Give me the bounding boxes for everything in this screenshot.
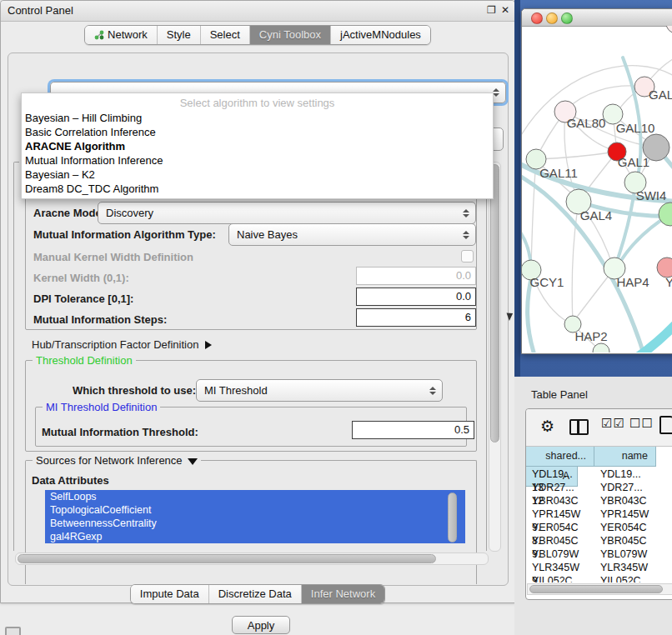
- zoom-traffic-icon[interactable]: [561, 12, 573, 24]
- export-table-icon[interactable]: [659, 416, 672, 434]
- dropdown-item[interactable]: Basic Correlation Inference: [22, 125, 493, 139]
- table-row[interactable]: YIL052CYIL052C9.: [526, 574, 672, 582]
- table-cell: YBL079W: [594, 548, 656, 561]
- tab-select[interactable]: Select: [200, 26, 249, 44]
- tab-label: Discretize Data: [218, 588, 292, 600]
- dpi-tolerance-field[interactable]: 0.0: [356, 288, 476, 306]
- table-cell: YIL052C: [594, 574, 656, 582]
- table-cell: YBR043C: [594, 494, 656, 508]
- gear-icon[interactable]: ⚙: [540, 417, 554, 436]
- network-node-label: HAP2: [574, 329, 607, 343]
- mi-steps-field[interactable]: 6: [356, 308, 476, 327]
- network-node-label: HAP4: [616, 275, 649, 289]
- control-panel-window: Control Panel ❐ ✕ NetworkStyleSelectCyni…: [0, 0, 515, 603]
- table-cell: YDR27...: [594, 481, 656, 494]
- expander-down-icon: [188, 458, 198, 465]
- table-body: YDL19...YDL19...13YDR27...YDR27...12YBR0…: [526, 468, 672, 582]
- table-cell: YDL19...: [526, 468, 594, 481]
- table-row[interactable]: YBL079WYBL079W: [526, 548, 672, 561]
- sources-group-title[interactable]: Sources for Network Inference: [33, 454, 201, 467]
- network-node-label: GAL11: [539, 166, 578, 180]
- tab-jactivemnodules[interactable]: jActiveMNodules: [330, 26, 430, 44]
- unselect-all-columns-icon[interactable]: ☐☐: [629, 416, 654, 431]
- network-edge[interactable]: [531, 159, 536, 268]
- network-node-label: GAL4: [580, 208, 612, 222]
- table-row[interactable]: YBR043CYBR043C: [526, 494, 672, 508]
- close-traffic-icon[interactable]: [531, 12, 543, 24]
- horizontal-scrollbar-thumb[interactable]: [18, 554, 436, 563]
- network-edge[interactable]: [538, 152, 617, 159]
- table-row[interactable]: YDR27...YDR27...12: [526, 481, 672, 494]
- list-scrollbar-thumb[interactable]: [448, 492, 457, 542]
- network-window-titlebar: [522, 9, 672, 27]
- horizontal-scrollbar[interactable]: [15, 552, 489, 565]
- table-column-header[interactable]: name: [594, 447, 656, 467]
- bottom-tab-infer-network[interactable]: Infer Network: [301, 585, 384, 603]
- aracne-mode-combobox[interactable]: Discovery: [98, 202, 476, 224]
- dropdown-prompt: Select algorithm to view settings: [22, 93, 493, 111]
- mi-algorithm-type-label: Mutual Information Algorithm Type:: [33, 228, 216, 241]
- desktop-edge-shadow: [514, 0, 520, 377]
- bottom-tab-discretize-data[interactable]: Discretize Data: [208, 585, 301, 603]
- tab-label: Infer Network: [311, 588, 375, 600]
- float-icon[interactable]: ❐: [487, 4, 496, 16]
- expander-right-icon: [205, 341, 212, 349]
- vertical-scrollbar-thumb[interactable]: [490, 164, 499, 442]
- dropdown-item[interactable]: Mutual Information Inference: [22, 153, 493, 168]
- network-canvas[interactable]: GALGAL80GAL10GAL1GAL11SWI4GAL4GCY1HAP4YH…: [522, 26, 672, 352]
- network-node[interactable]: [666, 26, 672, 33]
- attribute-list-item[interactable]: BetweennessCentrality: [45, 517, 465, 530]
- network-node-label: GCY1: [530, 275, 564, 289]
- dropdown-items: Bayesian – Hill ClimbingBasic Correlatio…: [22, 111, 493, 196]
- vertical-scrollbar[interactable]: [489, 162, 501, 552]
- tab-style[interactable]: Style: [157, 26, 200, 44]
- table-row[interactable]: YDL19...YDL19...13: [526, 468, 672, 481]
- table-row[interactable]: YLR345WYLR345W9.: [526, 561, 672, 574]
- table-row[interactable]: YER054CYER054C8.: [526, 521, 672, 534]
- network-node-label: SWI4: [636, 188, 667, 202]
- network-node-label: Y: [665, 275, 672, 289]
- select-all-columns-icon[interactable]: ☑☑: [601, 416, 625, 431]
- columns-icon[interactable]: [569, 419, 589, 435]
- dropdown-item[interactable]: Bayesian – K2: [22, 168, 493, 182]
- which-threshold-combobox[interactable]: MI Threshold: [196, 379, 443, 402]
- attribute-list-item[interactable]: gal4RGexp: [45, 530, 465, 543]
- table-horizontal-scrollbar[interactable]: [527, 583, 672, 595]
- bottom-tab-impute-data[interactable]: Impute Data: [131, 585, 208, 603]
- group-title: MI Threshold Definition: [43, 401, 160, 413]
- hub-definition-expander[interactable]: Hub/Transcription Factor Definition: [32, 337, 212, 352]
- dropdown-item[interactable]: Dream8 DC_TDC Algorithm: [22, 182, 493, 196]
- table-cell: YDR27...: [526, 481, 594, 494]
- table-scrollbar-thumb[interactable]: [529, 585, 663, 593]
- attribute-list-item[interactable]: SelfLoops: [45, 490, 465, 503]
- apply-button[interactable]: Apply: [232, 616, 290, 634]
- mi-algorithm-type-combobox[interactable]: Naive Bayes: [228, 223, 476, 246]
- mi-threshold-field[interactable]: 0.5: [352, 421, 474, 439]
- table-column-header[interactable]: shared...: [526, 447, 594, 467]
- table-cell: YIL052C: [526, 574, 594, 582]
- table-cell: YER054C: [526, 521, 594, 534]
- algorithm-dropdown-popup: Select algorithm to view settings Bayesi…: [21, 92, 494, 199]
- which-threshold-label: Which threshold to use:: [73, 384, 196, 397]
- network-node[interactable]: [643, 134, 669, 161]
- data-attributes-label: Data Attributes: [32, 474, 109, 487]
- network-node-label: GAL80: [567, 116, 606, 130]
- dropdown-item[interactable]: Bayesian – Hill Climbing: [22, 111, 493, 125]
- table-cell: YER054C: [594, 521, 656, 534]
- bottom-tab-bar: Impute DataDiscretize DataInfer Network: [1, 584, 514, 604]
- tab-label: Cyni Toolbox: [259, 28, 321, 41]
- docked-panel-icon[interactable]: [5, 627, 21, 635]
- table-row[interactable]: YPR145WYPR145W9.: [526, 508, 672, 521]
- tab-cyni-toolbox[interactable]: Cyni Toolbox: [249, 26, 330, 44]
- tab-network[interactable]: Network: [85, 26, 157, 44]
- dropdown-item[interactable]: ARACNE Algorithm: [22, 139, 493, 153]
- table-row[interactable]: YBR045CYBR045C9.: [526, 534, 672, 548]
- tab-label: Network: [108, 28, 148, 41]
- minimize-traffic-icon[interactable]: [546, 12, 558, 24]
- kernel-width-field[interactable]: 0.0: [356, 267, 476, 285]
- combo-stepper-icon: [462, 209, 469, 218]
- network-node[interactable]: [593, 343, 609, 352]
- close-icon[interactable]: ✕: [501, 4, 509, 16]
- attribute-list-item[interactable]: TopologicalCoefficient: [45, 503, 465, 517]
- manual-kernel-width-checkbox[interactable]: [461, 250, 474, 262]
